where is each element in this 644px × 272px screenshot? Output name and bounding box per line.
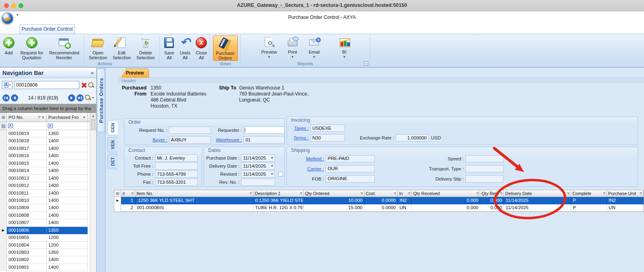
transport-type-field[interactable] (465, 165, 504, 172)
column-header-delivery-date[interactable]: Delivery Date∇ (504, 190, 571, 197)
column-header-qty-ordered[interactable]: Qty Ordered∇ (304, 190, 365, 197)
scroll-up-icon[interactable]: ▲ (90, 113, 96, 119)
purchase-orders-view-button[interactable]: Purchase Orders (213, 35, 238, 61)
scroll-thumb[interactable] (91, 120, 95, 130)
po-list-row[interactable]: 000108021400 (0, 256, 96, 264)
column-header-po-no[interactable]: PO No. ∇ ▼ (7, 113, 47, 122)
purchased-from-filter-cell[interactable]: A (47, 122, 88, 130)
filter-icon[interactable]: ∇ (408, 192, 410, 195)
last-record-button[interactable] (76, 94, 84, 102)
tab-gen[interactable]: GEN (107, 120, 118, 135)
next-record-button[interactable] (68, 94, 75, 102)
po-list-row[interactable]: 000108151400 (0, 160, 96, 167)
line-item-row[interactable]: ▶1.1250 36K YLD STEEL SHT0.1250 36K YIEL… (114, 197, 644, 204)
undo-all-button[interactable]: ↶ Undo All (178, 35, 192, 60)
tab-purchase-orders-module[interactable]: Purchase Orders (97, 69, 105, 132)
purchase-date-field[interactable]: 11/14/2025 (241, 154, 275, 162)
po-no-filter-cell[interactable]: A (7, 122, 47, 130)
terms-label[interactable]: Terms : (287, 135, 310, 140)
column-header-cost[interactable]: Cost∇ (365, 190, 398, 197)
request-no-field[interactable] (169, 127, 211, 134)
column-header-complete[interactable]: Complete∇ (571, 190, 607, 197)
taxes-label[interactable]: Taxes : (287, 126, 310, 131)
delete-selection-button[interactable]: Delete Selection (134, 35, 157, 60)
column-header--[interactable]: #∇ (121, 190, 135, 197)
tab-ven[interactable]: VEN (107, 137, 118, 152)
method-field[interactable]: PRE-PAID (326, 155, 375, 162)
app-logo-icon[interactable] (1, 12, 14, 25)
column-header-qty-reje[interactable]: Qty Reje∇ (480, 190, 504, 197)
po-list-row[interactable]: 000108031350 (0, 249, 96, 256)
delivery-date-field[interactable]: 11/14/2025 (241, 162, 275, 170)
po-list-row[interactable]: 000108161400 (0, 152, 96, 160)
first-record-button[interactable] (2, 94, 10, 102)
search-mode-dropdown[interactable]: A▾ (2, 81, 12, 89)
warehouse-field[interactable]: 01 (244, 136, 285, 143)
po-list-row[interactable]: 000108191350 (0, 130, 96, 137)
carrier-field[interactable]: OUR (326, 165, 375, 172)
contact-field[interactable]: Mr. J. Everley (155, 154, 198, 162)
column-header-item-no-[interactable]: Item No.∇ (135, 190, 254, 197)
po-list-scrollbar[interactable]: ▲ (90, 113, 96, 272)
delivery-slip-field[interactable] (465, 175, 504, 183)
email-button[interactable]: ↻ Email ▼ (304, 35, 324, 60)
carrier-label[interactable]: Carrier : (287, 166, 326, 171)
filter-icon[interactable]: ∇ (500, 192, 502, 195)
column-header-purchased-from[interactable]: Purchased Fro ▼ (47, 113, 88, 122)
exchange-rate-field[interactable]: 1.000000 (396, 134, 429, 141)
po-list-row[interactable]: 000108121400 (0, 182, 96, 189)
po-list-row[interactable]: 000108111400 (0, 190, 96, 197)
filter-icon[interactable]: ∇ (394, 192, 396, 195)
filter-icon[interactable]: ∇ (250, 192, 252, 195)
filter-icon[interactable]: ∇ (361, 192, 363, 195)
po-list-row[interactable]: 000108091400 (0, 204, 96, 212)
column-header-description-1[interactable]: Description 1∇ (254, 190, 304, 197)
group-by-hint-bar[interactable]: Drag a column header here to group by th… (0, 104, 96, 113)
buyer-field[interactable]: AXBUY (169, 136, 211, 143)
po-list-row[interactable]: 000108181400 (0, 137, 96, 145)
recommended-reorder-button[interactable]: Recommended Reorder (47, 35, 82, 60)
column-header-in[interactable]: In∇ (398, 190, 412, 197)
tab-preview[interactable]: Preview (121, 69, 149, 78)
previous-record-button[interactable] (11, 94, 18, 102)
po-list-row[interactable]: 000108141400 (0, 167, 96, 174)
po-list-row[interactable]: 000108041200 (0, 242, 96, 249)
preview-button[interactable]: Preview ▼ (258, 35, 281, 60)
save-all-button[interactable]: Save All (162, 35, 177, 60)
request-for-quotation-button[interactable]: Request for Quotation (18, 35, 45, 60)
bi-button[interactable]: BI ▼ (336, 35, 353, 60)
po-list-row[interactable]: 000108011400 (0, 264, 96, 271)
po-list-row[interactable]: 000108131400 (0, 175, 96, 182)
buyer-label[interactable]: Buyer : (124, 137, 169, 142)
print-button[interactable]: Print ▼ (283, 35, 303, 60)
close-all-button[interactable]: X Close All (194, 35, 209, 60)
search-icon[interactable] (88, 82, 94, 88)
tab-purchase-order-control[interactable]: Purchase Order Control (19, 24, 75, 34)
edit-selection-button[interactable]: Edit Selection (111, 35, 132, 60)
filter-icon[interactable]: ∇ (477, 192, 479, 195)
sort-caret-icon[interactable]: ▼ (41, 116, 45, 119)
po-list-row[interactable]: 000108051200 (0, 234, 96, 241)
warehouse-label[interactable]: Warehouse : (211, 137, 244, 142)
po-list-row[interactable]: 000108101400 (0, 197, 96, 204)
requester-field[interactable] (244, 127, 285, 134)
fax-field[interactable]: 713-555-3201 (155, 179, 198, 186)
revised-date-field[interactable]: 11/14/2025 (241, 170, 275, 178)
terms-field[interactable]: N30 (310, 134, 345, 141)
search-options-caret-icon[interactable]: ▾ (92, 96, 94, 100)
add-button[interactable]: Add (1, 35, 17, 55)
toll-free-field[interactable] (155, 162, 198, 170)
po-list-row[interactable]: ▶000108061350 (0, 227, 96, 234)
tab-det[interactable]: DET (107, 154, 118, 169)
column-header-qty-received[interactable]: Qty Received∇ (412, 190, 480, 197)
filter-icon[interactable]: ∇ (568, 192, 570, 195)
open-selection-button[interactable]: Open Selection (87, 35, 109, 60)
line-item-row[interactable]: 2001-0000BISTUBE H.R. 12G X 0.75"..15.00… (114, 204, 644, 212)
advanced-search-icon[interactable] (85, 95, 91, 101)
fob-field[interactable]: ORIGINE (326, 175, 375, 183)
speed-field[interactable] (465, 155, 504, 162)
taxes-field[interactable]: USDEXE (310, 125, 345, 132)
dialog-launcher-icon[interactable]: ↘ (364, 61, 368, 66)
method-label[interactable]: Method : (287, 156, 326, 161)
filter-icon[interactable]: ∇ (603, 192, 605, 195)
